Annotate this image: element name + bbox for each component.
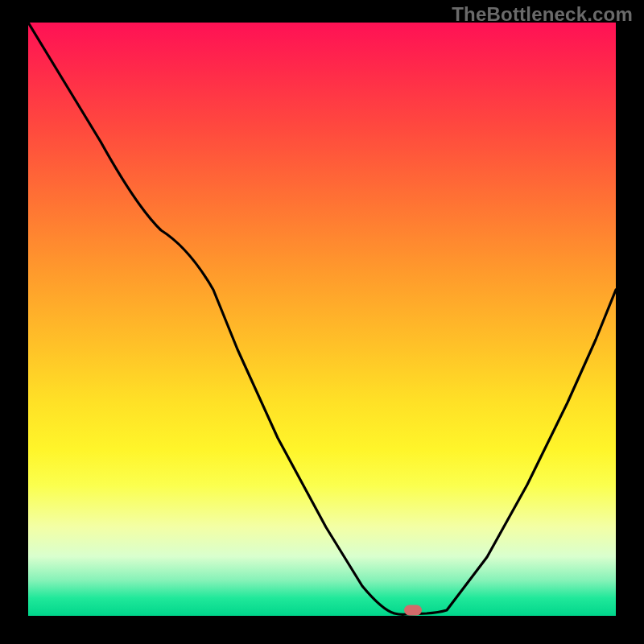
curve-path — [28, 23, 616, 614]
optimal-marker — [404, 605, 422, 616]
chart-frame: TheBottleneck.com — [0, 0, 644, 644]
plot-area — [28, 23, 616, 616]
bottleneck-curve — [28, 23, 616, 616]
